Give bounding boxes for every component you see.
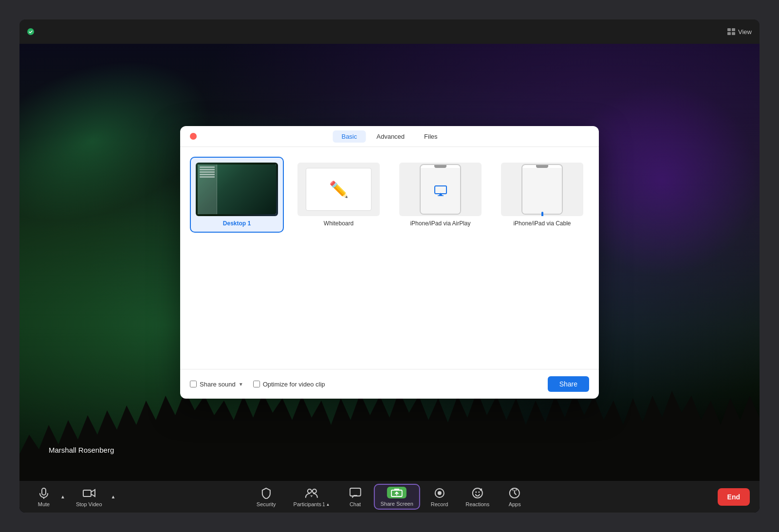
title-bar: View: [19, 19, 760, 44]
airplay-icon: [434, 185, 447, 197]
share-screen-icon-bg: [387, 487, 407, 498]
mini-sidebar-items: [198, 165, 217, 180]
iphone-screen-area: [421, 168, 460, 214]
desktop-thumb-inner: [198, 165, 276, 214]
svg-rect-2: [727, 32, 731, 35]
participants-button[interactable]: Participants 1 ▲: [287, 483, 337, 510]
participants-icon: [305, 486, 318, 500]
dialog-content: Desktop 1 ✏️ Whiteboard: [180, 147, 599, 369]
dialog-footer: Share sound ▼ Optimize for video clip Sh…: [180, 369, 599, 399]
record-button[interactable]: Record: [424, 483, 455, 510]
security-icon: [260, 486, 273, 500]
screen-item-cable[interactable]: iPhone/iPad via Cable: [495, 157, 589, 233]
mini-item: [200, 166, 215, 168]
dialog-tabs: Basic Advanced Files: [333, 130, 446, 143]
desktop1-thumbnail: [196, 163, 278, 216]
svg-point-14: [438, 491, 442, 495]
reactions-button[interactable]: Reactions: [459, 483, 496, 510]
whiteboard-thumb: ✏️: [306, 168, 371, 211]
toolbar: Mute ▲ Stop Video ▲: [19, 481, 760, 513]
dialog-title-bar: Basic Advanced Files: [180, 126, 599, 147]
svg-point-16: [475, 492, 477, 493]
record-icon: [433, 486, 446, 500]
footer-left: Share sound ▼ Optimize for video clip: [190, 381, 325, 388]
cable-label: iPhone/iPad via Cable: [513, 220, 571, 227]
participants-label: Participants: [294, 501, 321, 507]
mini-screen: [198, 165, 276, 214]
record-label: Record: [431, 501, 448, 507]
desktop-thumb: [196, 163, 278, 216]
mute-button[interactable]: Mute: [29, 483, 58, 510]
mute-group: Mute ▲: [29, 483, 67, 510]
svg-rect-4: [435, 186, 446, 194]
svg-point-17: [478, 492, 480, 493]
optimize-video-group[interactable]: Optimize for video clip: [253, 381, 325, 388]
reactions-label: Reactions: [465, 501, 489, 507]
view-label: View: [738, 28, 752, 36]
share-button[interactable]: Share: [548, 376, 589, 392]
security-label: Security: [257, 501, 276, 507]
toolbar-center: Security Participants 1 ▲: [250, 483, 529, 510]
dialog-close-button[interactable]: [190, 133, 197, 140]
toolbar-left: Mute ▲ Stop Video ▲: [29, 483, 117, 510]
tab-files[interactable]: Files: [415, 130, 446, 143]
toolbar-right: End: [718, 488, 750, 506]
view-icon: [727, 28, 735, 35]
iphone-notch-cable: [536, 165, 548, 168]
screen-item-airplay[interactable]: iPhone/iPad via AirPlay: [393, 157, 487, 233]
share-sound-group[interactable]: Share sound ▼: [190, 381, 243, 388]
svg-rect-11: [350, 488, 361, 496]
iphone-thumb-cable: [521, 164, 563, 215]
chat-button[interactable]: Chat: [341, 483, 370, 510]
whiteboard-label: Whiteboard: [324, 220, 353, 227]
share-sound-label: Share sound: [200, 381, 236, 388]
svg-point-10: [313, 489, 316, 493]
airplay-thumbnail: [399, 163, 482, 216]
svg-rect-0: [727, 28, 731, 31]
mini-item: [200, 174, 215, 175]
svg-rect-6: [42, 488, 46, 495]
iphone-thumb-airplay: [420, 164, 461, 215]
title-bar-right: View: [727, 28, 752, 36]
mini-item: [200, 176, 215, 178]
title-bar-left: [27, 28, 34, 35]
tab-basic[interactable]: Basic: [333, 130, 366, 143]
desktop1-label: Desktop 1: [223, 220, 251, 227]
svg-rect-3: [732, 32, 735, 35]
share-screen-dialog: Basic Advanced Files: [180, 126, 599, 399]
svg-point-18: [481, 489, 482, 490]
share-screen-button[interactable]: Share Screen: [374, 484, 420, 510]
participants-label-group: Participants 1 ▲: [294, 501, 330, 507]
share-sound-checkbox[interactable]: [190, 381, 197, 387]
app-window: View Marshall Rosenberg Restream Basic A…: [19, 19, 760, 513]
video-chevron[interactable]: ▲: [109, 493, 118, 500]
mini-item: [200, 169, 215, 170]
optimize-video-checkbox[interactable]: [253, 381, 260, 387]
participants-count: 1: [322, 502, 325, 507]
screen-grid: Desktop 1 ✏️ Whiteboard: [190, 157, 589, 233]
stop-video-button[interactable]: Stop Video: [69, 483, 109, 510]
mute-icon: [37, 486, 51, 500]
apps-button[interactable]: Apps: [500, 483, 529, 510]
apps-label: Apps: [509, 501, 521, 507]
dialog-overlay: Basic Advanced Files: [19, 44, 760, 481]
screen-item-desktop1[interactable]: Desktop 1: [190, 157, 284, 233]
mute-chevron[interactable]: ▲: [58, 493, 67, 500]
tab-advanced[interactable]: Advanced: [368, 130, 413, 143]
participants-chevron: ▲: [326, 502, 330, 507]
pencil-icon: ✏️: [329, 180, 349, 199]
reactions-icon: [471, 486, 484, 500]
security-button[interactable]: Security: [250, 483, 283, 510]
cable-thumbnail: [501, 163, 583, 216]
iphone-notch: [434, 165, 446, 168]
video-icon: [82, 486, 96, 500]
share-screen-label: Share Screen: [381, 501, 413, 507]
whiteboard-thumbnail: ✏️: [297, 163, 380, 216]
optimize-video-label: Optimize for video clip: [263, 381, 325, 388]
end-button[interactable]: End: [718, 488, 750, 506]
mini-item: [200, 171, 215, 173]
mini-sidebar: [198, 165, 217, 214]
status-dot: [27, 28, 34, 35]
screen-item-whiteboard[interactable]: ✏️ Whiteboard: [292, 157, 386, 233]
iphone-screen-area-cable: [522, 168, 562, 214]
